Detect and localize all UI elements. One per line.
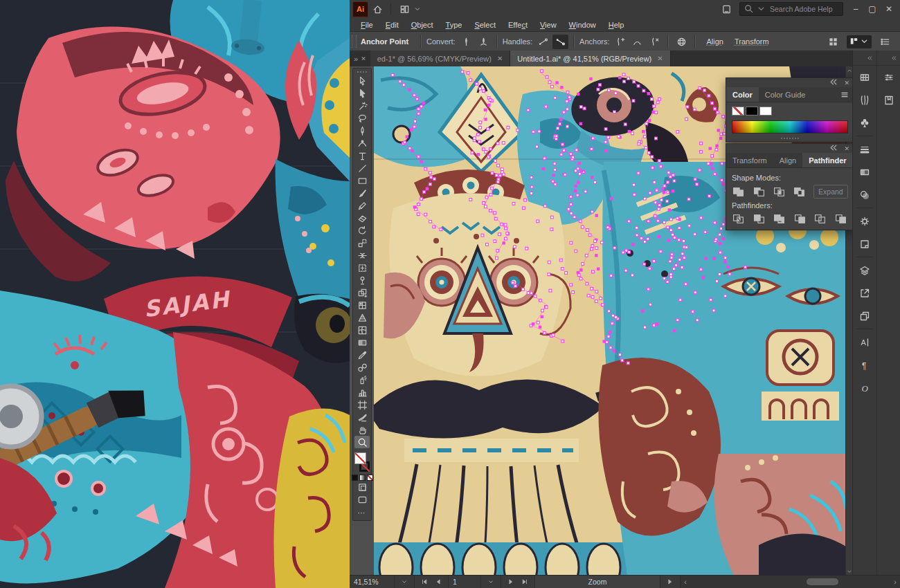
fill-swatch[interactable] [354,452,366,464]
align-link[interactable]: Align [706,37,723,46]
stroke-panel-icon[interactable] [853,138,876,160]
gradient-button[interactable] [359,475,366,481]
home-icon[interactable] [368,1,386,17]
workspace-switcher-button[interactable] [847,35,872,48]
line-segment-tool[interactable] [354,162,370,174]
opentype-panel-icon[interactable]: O [853,376,876,399]
artboards-panel-icon[interactable] [853,232,876,255]
artboard-number-select[interactable]: 1 [449,576,481,588]
collapse-panel-icon[interactable] [828,77,838,89]
pathfinder-outline-icon[interactable] [813,212,828,225]
zoom-tool[interactable] [354,436,370,448]
free-transform-tool[interactable] [354,261,370,274]
rectangle-tool[interactable] [354,174,370,187]
paintbrush-tool[interactable] [354,187,370,199]
dock-collapse-icon[interactable] [853,50,876,66]
layers-panel-icon[interactable] [853,259,876,282]
properties-panel-icon[interactable] [877,66,900,89]
color-tab-color-guide[interactable]: Color Guide [759,87,812,102]
scroll-right-icon[interactable]: › [890,578,900,586]
drag-grip[interactable] [352,35,357,48]
horizontal-scrollbar[interactable]: ‹ › [681,576,900,588]
symbols-panel-icon[interactable] [853,111,876,134]
puppet-warp-tool[interactable] [354,274,370,286]
column-graph-tool[interactable] [354,386,370,398]
close-button[interactable]: ✕ [881,1,897,17]
menu-type[interactable]: Type [440,19,469,30]
live-paint-tool[interactable] [354,299,370,311]
scale-tool[interactable] [354,237,370,249]
tab-overflow-icon[interactable]: » [354,55,358,63]
menu-window[interactable]: Window [563,19,602,30]
pathfinder-crop-icon[interactable] [793,212,808,225]
lasso-tool[interactable] [354,112,370,125]
mesh-tool[interactable] [354,324,370,336]
shape-mode-intersect-icon[interactable] [773,185,786,198]
pencil-tool[interactable] [354,199,370,212]
brushes-panel-icon[interactable] [853,89,876,111]
shape-mode-exclude-icon[interactable] [793,185,807,198]
pathfinder-tab-transform[interactable]: Transform [726,153,773,167]
show-handles-icon[interactable] [535,35,551,49]
screen-mode-button[interactable] [354,493,370,506]
transform-link[interactable]: Transform [735,37,769,46]
expand-button[interactable]: Expand [813,185,848,199]
character-panel-icon[interactable]: A [853,331,876,353]
panel-list-icon[interactable] [877,35,893,49]
document-tab-2[interactable]: Untitled-1.ai* @ 41,51% (RGB/Preview)✕ [510,50,670,66]
pathfinder-divide-icon[interactable] [732,212,746,225]
horizontal-scrollbar-thumb[interactable] [807,578,838,585]
hand-tool[interactable] [354,423,370,436]
status-display-menu[interactable] [660,576,681,588]
close-all-icon[interactable]: ✕ [361,55,366,62]
artboard-dropdown[interactable] [481,576,501,588]
menu-select[interactable]: Select [468,19,502,30]
black-swatch[interactable] [746,107,758,116]
magic-wand-tool[interactable] [354,100,370,112]
tab-close-icon[interactable]: ✕ [657,55,663,62]
cut-path-icon[interactable] [647,35,663,49]
selection-tool[interactable] [354,75,370,87]
eraser-tool[interactable] [354,212,370,224]
menu-edit[interactable]: Edit [379,19,405,30]
shape-builder-tool[interactable] [354,286,370,299]
menu-object[interactable]: Object [405,19,440,30]
convert-to-smooth-icon[interactable] [476,35,492,49]
tab-close-icon[interactable]: ✕ [497,55,503,62]
remove-anchor-icon[interactable] [629,35,645,49]
menu-help[interactable]: Help [602,19,631,30]
illustrator-logo-icon[interactable]: Ai [352,1,368,17]
appearance-panel-icon[interactable] [853,210,876,232]
color-tab-color[interactable]: Color [726,87,759,102]
pathfinder-merge-icon[interactable] [773,212,787,225]
menu-file[interactable]: File [354,19,379,30]
chevron-down-icon[interactable] [413,5,422,13]
drag-grip[interactable] [357,71,367,73]
last-artboard-button[interactable] [519,578,530,585]
white-swatch[interactable] [759,107,772,116]
prev-artboard-button[interactable] [433,578,444,585]
menu-effect[interactable]: Effect [502,19,534,30]
add-anchor-icon[interactable] [612,35,628,49]
document-tab-1[interactable]: ed-1* @ 56,69% (CMYK/Preview)✕ [370,50,511,66]
next-artboard-button[interactable] [505,578,516,585]
close-panel-icon[interactable]: ✕ [844,80,849,86]
convert-to-corner-icon[interactable] [458,35,474,49]
rotate-tool[interactable] [354,224,370,237]
perspective-grid-tool[interactable] [354,311,370,324]
scroll-left-icon[interactable]: ‹ [681,578,690,586]
symbol-sprayer-tool[interactable] [354,374,370,386]
color-spectrum-bar[interactable] [732,120,848,134]
zoom-dropdown[interactable] [395,576,415,588]
gradient-tool[interactable] [354,336,370,349]
fill-stroke-indicator[interactable] [354,452,370,472]
close-panel-icon[interactable]: ✕ [844,145,849,152]
dock-collapse-icon[interactable] [877,50,900,66]
blend-tool[interactable] [354,361,370,374]
workspace-grid-icon[interactable] [825,35,841,49]
search-input[interactable] [768,4,839,14]
shape-mode-unite-icon[interactable] [732,185,746,198]
menu-view[interactable]: View [534,19,563,30]
edit-toolbar-ellipsis[interactable]: ⋯ [358,508,367,517]
pathfinder-tab-pathfinder[interactable]: Pathfinder [802,153,852,167]
